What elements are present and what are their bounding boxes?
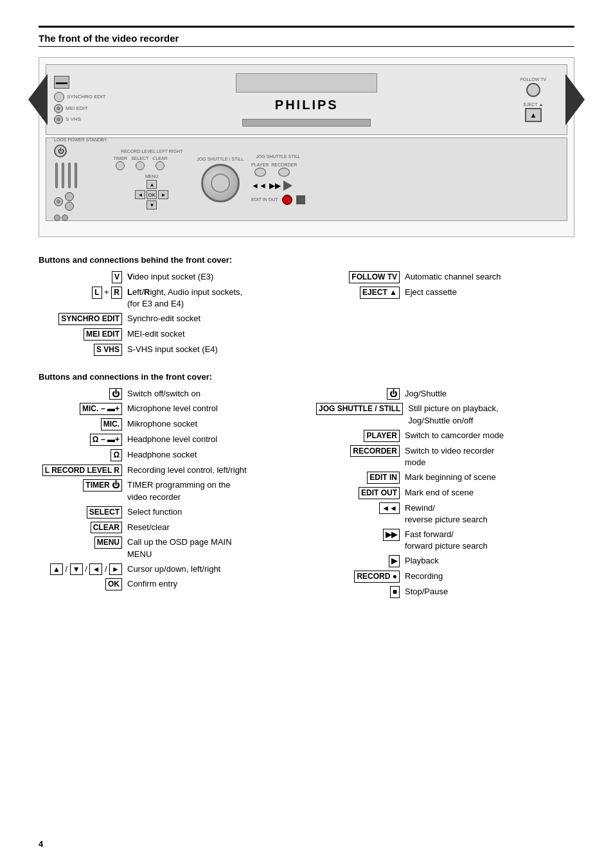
- timer-select-clear-row: TIMER SELECT CLEAR: [113, 156, 190, 170]
- item-desc-select: Select function: [127, 506, 297, 518]
- timer-group: TIMER: [113, 156, 127, 170]
- list-item-stop: ■ Stop/Pause: [316, 586, 574, 598]
- slider-4: [75, 163, 77, 188]
- item-desc-mei: MEI-edit socket: [127, 328, 297, 340]
- item-label-v: V: [39, 271, 122, 283]
- knob-row-bottom: ⊙: [54, 192, 107, 211]
- bottom-left: LOOS POWER STANDBY ⏻ ⊙: [54, 137, 107, 221]
- item-label-jog-shuttle: JOG SHUTTLE / STILL: [316, 403, 403, 415]
- knob-1: ⊙: [54, 104, 63, 113]
- item-desc-synchro: Synchro-edit socket: [127, 313, 297, 324]
- eject-section: EJECT ▲ ▲: [524, 102, 544, 122]
- tape-slot: [236, 73, 377, 93]
- list-item-select: SELECT Select function: [39, 506, 297, 518]
- front-right-col: ⏻ Jog/Shuttle JOG SHUTTLE / STILL Still …: [316, 388, 574, 601]
- item-label-svhs: S VHS: [39, 344, 122, 356]
- list-item-ff: ▶▶ Fast forward/forward picture search: [316, 529, 574, 552]
- power-knob: ⏻: [54, 145, 67, 157]
- list-item-power: ⏻ Switch off/switch on: [39, 388, 297, 400]
- nav-group: MENU ▲ ◄ OK ► ▼: [113, 174, 190, 209]
- item-label-ff: ▶▶: [316, 529, 400, 541]
- item-label-lr: L + R: [39, 287, 122, 299]
- item-label-edit-out: EDIT OUT: [316, 487, 400, 499]
- nav-right: ►: [158, 190, 168, 199]
- subsection-behind-title: Buttons and connections behind the front…: [39, 255, 574, 265]
- cassette-icon: ▬▬: [54, 76, 69, 89]
- nav-left: ◄: [135, 190, 145, 199]
- item-desc-headphone-level: Headphone level control: [127, 434, 297, 445]
- button-row-3: ⊙ S VHS: [54, 115, 105, 124]
- recorder-group: RECORDER: [271, 163, 297, 177]
- item-desc-svhs: S-VHS input socket (E4): [127, 344, 297, 355]
- vcr-bottom-inner: LOOS POWER STANDBY ⏻ ⊙: [54, 137, 559, 221]
- player-group: PLAYER: [251, 163, 269, 177]
- slider-3: [68, 163, 71, 188]
- list-item-edit-out: EDIT OUT Mark end of scene: [316, 487, 574, 499]
- follow-tv-label: FOLLOW TV: [520, 77, 546, 82]
- item-label-record: RECORD ●: [316, 571, 400, 583]
- item-desc-headphone: Headphone socket: [127, 449, 297, 461]
- item-label-recorder: RECORDER: [316, 445, 400, 457]
- power-knob-row: ⏻: [54, 145, 107, 157]
- front-left-col: ⏻ Switch off/switch on MIC. − ▬+ Microph…: [39, 388, 297, 601]
- item-label-rewind: ◄◄: [316, 502, 400, 515]
- item-label-player: PLAYER: [316, 430, 400, 442]
- vcr-left-controls: ▬▬ SYNCHRO EDIT ⊙ MEI EDIT: [54, 76, 105, 124]
- list-item-edit-in: EDIT IN Mark beginning of scene: [316, 472, 574, 484]
- recorder-btn: [278, 168, 290, 177]
- list-item-play: ▶ Playback: [316, 555, 574, 567]
- slider-1: [55, 163, 58, 188]
- list-item-mei: MEI EDIT MEI-edit socket: [39, 328, 297, 341]
- slider-2: [62, 163, 64, 188]
- nav-row: ▲: [147, 180, 157, 189]
- list-item-lr: L + R Left/Right, Audio input sockets,(f…: [39, 287, 297, 310]
- item-label-timer: TIMER ⏻: [39, 479, 122, 492]
- eject-btn: ▲: [525, 108, 542, 122]
- item-label-headphone-level: Ω − ▬+: [39, 434, 122, 446]
- list-item-headphone: Ω Headphone socket: [39, 449, 297, 461]
- list-item-menu: MENU Call up the OSD page MAINMENU: [39, 536, 297, 560]
- item-desc-record: Recording: [405, 571, 574, 582]
- transport-buttons: JOG SHUTTLE STILL PLAYER RECORDER: [251, 154, 305, 205]
- item-label-menu: MENU: [39, 536, 122, 549]
- bottom-middle: RECORD LEVEL LEFT RIGHT TIMER SELECT: [113, 149, 190, 209]
- vcr-top-inner: ▬▬ SYNCHRO EDIT ⊙ MEI EDIT: [54, 73, 559, 127]
- vcr-top-panel: ▬▬ SYNCHRO EDIT ⊙ MEI EDIT: [46, 64, 567, 135]
- ok-btn: OK: [147, 190, 157, 199]
- item-desc-cursor: Cursor up/down, left/right: [127, 563, 297, 575]
- list-item-clear: CLEAR Reset/clear: [39, 522, 297, 534]
- page-number: 4: [39, 839, 43, 849]
- follow-tv-btn: [526, 83, 540, 97]
- item-label-mei: MEI EDIT: [39, 328, 122, 341]
- item-label-eject: EJECT ▲: [316, 287, 400, 299]
- nav-lr: ◄ OK ►: [135, 190, 168, 199]
- ff-btn: ▶▶: [269, 181, 281, 190]
- vcr-bottom-panel: LOOS POWER STANDBY ⏻ ⊙: [46, 137, 567, 221]
- list-item-svhs: S VHS S-VHS input socket (E4): [39, 344, 297, 356]
- list-item-cursor: ▲ / ▼ / ◄ / ► Cursor up/down, left/right: [39, 563, 297, 576]
- item-label-synchro: SYNCHRO EDIT: [39, 313, 122, 325]
- behind-left-col: V Video input socket (E3) L + R Left/Rig…: [39, 271, 297, 359]
- select-btn: [136, 161, 145, 170]
- list-item-record: RECORD ● Recording: [316, 571, 574, 583]
- item-label-select: SELECT: [39, 506, 122, 518]
- item-desc-lr: Left/Right, Audio input sockets,(for E3 …: [127, 287, 297, 310]
- page-container: The front of the video recorder ▬▬ SYNCH…: [0, 0, 613, 868]
- arrow-right-decoration: [565, 74, 585, 125]
- timer-btn: [116, 161, 125, 170]
- vcr-diagram: ▬▬ SYNCHRO EDIT ⊙ MEI EDIT: [39, 57, 574, 237]
- list-item-timer: TIMER ⏻ TIMER programming on thevideo re…: [39, 479, 297, 502]
- item-label-record-level: L RECORD LEVEL R: [39, 465, 122, 477]
- small-knob-2: [65, 202, 74, 211]
- item-label-jog-icon: ⏻: [316, 388, 400, 400]
- mic-socket: [54, 215, 60, 221]
- arrow-left-decoration: [28, 74, 48, 125]
- list-item-jog-shuttle: JOG SHUTTLE / STILL Still picture on pla…: [316, 403, 574, 426]
- item-desc-ff: Fast forward/forward picture search: [405, 529, 574, 552]
- item-label-follow-tv: FOLLOW TV: [316, 271, 400, 283]
- item-desc-jog-icon: Jog/Shuttle: [405, 388, 574, 400]
- list-item-rewind: ◄◄ Rewind/reverse picture search: [316, 502, 574, 526]
- item-desc-jog-shuttle: Still picture on playback,Jog/Shuttle on…: [408, 403, 574, 426]
- stop-btn: [296, 195, 305, 204]
- list-item-v: V Video input socket (E3): [39, 271, 297, 283]
